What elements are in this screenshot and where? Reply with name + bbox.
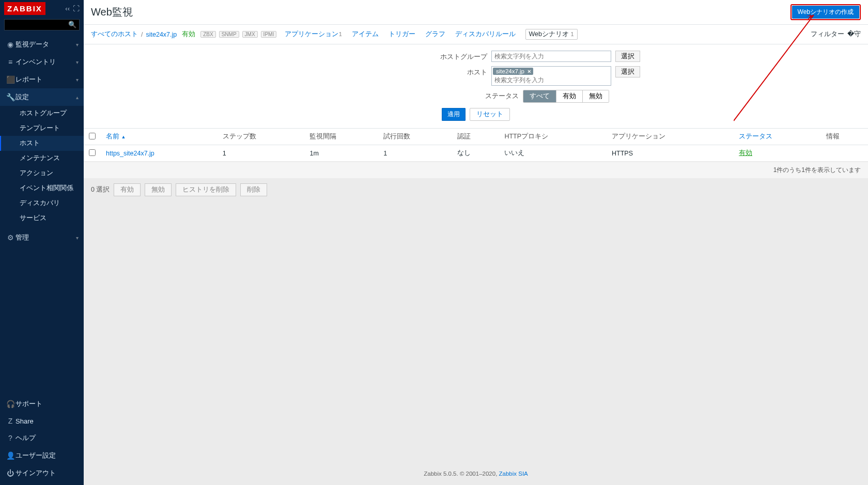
search-icon[interactable]: 🔍: [68, 21, 76, 28]
crumb-all-hosts[interactable]: すべてのホスト: [91, 30, 138, 39]
sidebar-item-administration[interactable]: ⚙ 管理 ▾: [0, 229, 84, 246]
host-multiselect[interactable]: site24x7.jp×: [491, 66, 611, 86]
bulk-actions: 0 選択 有効 無効 ヒストリを削除 削除: [84, 178, 868, 201]
sidebar-share[interactable]: ZShare: [0, 413, 84, 429]
host-input[interactable]: [492, 75, 610, 85]
sidebar-help[interactable]: ?ヘルプ: [0, 429, 84, 447]
tag-jmx[interactable]: JMX: [242, 31, 258, 38]
subnav-maintenance[interactable]: メンテナンス: [0, 151, 84, 166]
list-icon: ≡: [5, 58, 16, 66]
hostgroup-multiselect[interactable]: [491, 51, 611, 62]
sidebar-signout[interactable]: ⏻サインアウト: [0, 464, 84, 482]
subnav-discovery[interactable]: ディスカバリ: [0, 196, 84, 211]
tab-discovery-rules[interactable]: ディスカバリルール: [455, 30, 516, 39]
subnav-services[interactable]: サービス: [0, 211, 84, 226]
sidebar-item-configuration[interactable]: 🔧 設定 ▴: [0, 88, 84, 106]
col-steps: ステップ数: [218, 129, 305, 145]
subnav-templates[interactable]: テンプレート: [0, 121, 84, 136]
bulk-disable-button[interactable]: 無効: [145, 183, 172, 196]
subnav-actions[interactable]: アクション: [0, 166, 84, 181]
col-interval: 監視間隔: [304, 129, 378, 145]
filter-toggle[interactable]: フィルター �守: [811, 30, 861, 39]
sidebar-item-label: 設定: [16, 92, 29, 102]
status-disabled[interactable]: 無効: [583, 90, 609, 102]
row-interval: 1m: [304, 145, 378, 162]
col-name[interactable]: 名前 ▲: [106, 133, 126, 140]
create-web-scenario-button[interactable]: Webシナリオの作成: [792, 6, 859, 19]
sidebar-item-label: 管理: [16, 233, 29, 242]
row-proxy: いいえ: [499, 145, 607, 162]
crumb-separator: /: [141, 31, 143, 38]
tab-applications[interactable]: アプリケーション1: [285, 30, 342, 39]
row-status-link[interactable]: 有効: [739, 149, 752, 157]
breadcrumb-bar: すべてのホスト / site24x7.jp 有効 ZBX SNMP JMX IP…: [84, 25, 868, 44]
subnav-event-correlation[interactable]: イベント相関関係: [0, 181, 84, 196]
status-all[interactable]: すべて: [523, 90, 556, 102]
sidebar-item-monitoring[interactable]: ◉ 監視データ ▾: [0, 36, 84, 53]
sidebar-item-reports[interactable]: ⬛ レポート ▾: [0, 71, 84, 88]
row-steps: 1: [218, 145, 305, 162]
col-retries: 試行回数: [378, 129, 452, 145]
host-tag[interactable]: site24x7.jp×: [493, 68, 533, 75]
tag-ipmi[interactable]: IPMI: [261, 31, 277, 38]
gear-icon: ⚙: [5, 233, 16, 242]
crumb-host[interactable]: site24x7.jp: [146, 31, 177, 38]
scenarios-table: 名前 ▲ ステップ数 監視間隔 試行回数 認証 HTTPプロキシ アプリケーショ…: [84, 129, 868, 178]
row-auth: なし: [452, 145, 499, 162]
logo[interactable]: ZABBIX: [4, 2, 45, 15]
table-row: https_site24x7.jp 1 1m 1 なし いいえ HTTPS 有効: [84, 145, 868, 162]
bulk-enable-button[interactable]: 有効: [114, 183, 141, 196]
table-summary: 1件のうち1件を表示しています: [84, 162, 868, 178]
sidebar-item-label: レポート: [16, 75, 42, 84]
sidebar-item-inventory[interactable]: ≡ インベントリ ▾: [0, 53, 84, 71]
sidebar-user-settings[interactable]: 👤ユーザー設定: [0, 447, 84, 464]
hostgroup-label: ホストグループ: [312, 51, 487, 61]
hostgroup-select-button[interactable]: 選択: [615, 51, 640, 62]
tag-snmp[interactable]: SNMP: [219, 31, 239, 38]
selected-count: 0 選択: [91, 185, 110, 194]
sort-asc-icon: ▲: [121, 134, 126, 139]
row-name-link[interactable]: https_site24x7.jp: [106, 150, 154, 157]
bulk-clear-history-button[interactable]: ヒストリを削除: [176, 183, 236, 196]
footer: Zabbix 5.0.5. © 2001–2020, Zabbix SIA: [84, 462, 868, 485]
remove-tag-icon[interactable]: ×: [528, 68, 531, 74]
sidebar-item-label: サインアウト: [16, 468, 56, 478]
host-select-button[interactable]: 選択: [615, 66, 640, 77]
apply-button[interactable]: 適用: [442, 108, 466, 121]
sidebar-item-label: インベントリ: [16, 57, 56, 67]
user-icon: 👤: [5, 451, 16, 460]
subnav-hosts[interactable]: ホスト: [0, 136, 84, 151]
chevron-down-icon: ▾: [76, 77, 79, 83]
status-enabled[interactable]: 有効: [556, 90, 583, 102]
expand-icon[interactable]: ⛶: [73, 5, 80, 12]
status-label: ステータス: [343, 90, 519, 101]
col-app: アプリケーション: [607, 129, 734, 145]
tab-web-scenarios[interactable]: Webシナリオ 1: [525, 29, 578, 40]
subnav-hostgroups[interactable]: ホストグループ: [0, 106, 84, 121]
status-segmented: すべて 有効 無効: [523, 90, 609, 103]
chevron-up-icon: ▴: [76, 95, 79, 100]
bulk-delete-button[interactable]: 削除: [240, 183, 267, 196]
chart-icon: ⬛: [5, 75, 16, 84]
headset-icon: 🎧: [5, 400, 16, 408]
sidebar-item-label: ヘルプ: [16, 433, 36, 443]
host-label: ホスト: [312, 66, 487, 77]
row-retries: 1: [378, 145, 452, 162]
row-checkbox[interactable]: [89, 149, 96, 156]
tab-graphs[interactable]: グラフ: [425, 30, 445, 39]
reset-button[interactable]: リセット: [470, 108, 510, 121]
host-status: 有効: [182, 30, 195, 39]
main-content: Web監視 Webシナリオの作成 すべてのホスト / site24x7.jp 有…: [84, 0, 868, 485]
footer-link[interactable]: Zabbix SIA: [499, 471, 528, 477]
hostgroup-input[interactable]: [492, 52, 610, 61]
sidebar-item-label: サポート: [16, 399, 42, 409]
select-all-checkbox[interactable]: [89, 133, 96, 139]
tag-zbx[interactable]: ZBX: [200, 31, 215, 38]
tab-triggers[interactable]: トリガー: [389, 30, 415, 39]
tab-items[interactable]: アイテム: [352, 30, 379, 39]
power-icon: ⏻: [5, 469, 16, 477]
collapse-icon[interactable]: ‹‹: [65, 5, 70, 12]
col-status[interactable]: ステータス: [739, 133, 772, 140]
sidebar-support[interactable]: 🎧サポート: [0, 395, 84, 413]
filter-panel: ホストグループ 選択 ホスト site24x7.jp× 選択 ステータス: [84, 44, 868, 129]
